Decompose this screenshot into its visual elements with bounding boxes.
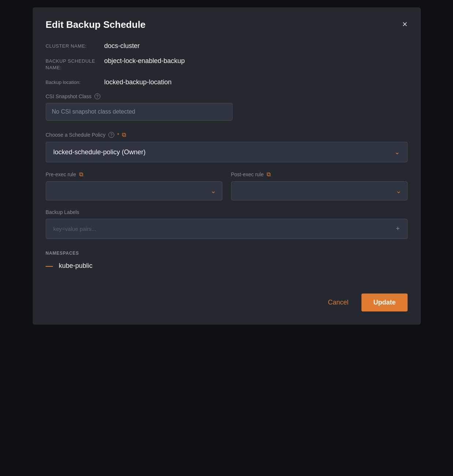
post-exec-rule-label: Post-exec rule	[231, 171, 264, 177]
backup-location-label: Backup location:	[46, 78, 104, 86]
close-button[interactable]: ×	[402, 20, 407, 29]
cancel-button[interactable]: Cancel	[322, 296, 354, 309]
modal-title: Edit Backup Schedule	[46, 19, 146, 30]
csi-snapshot-class-placeholder: No CSI snapshot class detected	[52, 108, 135, 115]
backup-labels-section: Backup Labels key=value pairs... +	[46, 209, 408, 239]
backup-location-row: Backup location: locked-backup-location	[46, 78, 408, 86]
required-star: *	[117, 132, 119, 138]
namespaces-section: NAMESPACES — kube-public	[46, 251, 408, 270]
schedule-policy-label: Choose a Schedule Policy	[46, 132, 105, 138]
pre-exec-chevron-icon: ⌄	[211, 187, 216, 195]
backup-schedule-name-value: object-lock-enabled-backup	[104, 57, 185, 65]
schedule-policy-external-link-icon[interactable]: ⧉	[122, 132, 126, 138]
post-exec-rule-label-row: Post-exec rule ⧉	[231, 171, 408, 178]
post-exec-rule-dropdown[interactable]: ⌄	[231, 181, 408, 200]
backup-location-value: locked-backup-location	[104, 78, 172, 86]
namespace-remove-icon[interactable]: —	[46, 262, 53, 270]
csi-snapshot-class-section: CSI Snapshot Class ?	[46, 93, 408, 99]
modal-footer: Cancel Update	[46, 288, 408, 311]
backup-labels-input[interactable]: key=value pairs... +	[46, 219, 408, 239]
post-exec-rule-section: Post-exec rule ⧉ ⌄	[231, 171, 408, 200]
cluster-name-value: docs-cluster	[104, 42, 140, 50]
update-button[interactable]: Update	[361, 294, 407, 311]
csi-help-icon[interactable]: ?	[94, 93, 100, 99]
schedule-policy-section: Choose a Schedule Policy ? * ⧉ locked-sc…	[46, 132, 408, 162]
schedule-policy-dropdown[interactable]: locked-schedule-policy (Owner) ⌄	[46, 142, 408, 162]
namespace-item: — kube-public	[46, 262, 408, 270]
namespaces-label: NAMESPACES	[46, 251, 408, 256]
post-exec-chevron-icon: ⌄	[396, 187, 401, 195]
schedule-policy-value: locked-schedule-policy (Owner)	[53, 148, 146, 156]
schedule-policy-chevron-icon: ⌄	[394, 148, 400, 156]
schedule-policy-label-row: Choose a Schedule Policy ? * ⧉	[46, 132, 408, 138]
add-label-plus-icon[interactable]: +	[396, 225, 400, 233]
cluster-name-label: CLUSTER NAME:	[46, 42, 104, 49]
post-exec-external-link-icon[interactable]: ⧉	[267, 171, 271, 178]
namespace-name: kube-public	[59, 262, 93, 270]
pre-exec-external-link-icon[interactable]: ⧉	[79, 171, 83, 178]
csi-snapshot-class-dropdown[interactable]: No CSI snapshot class detected	[46, 103, 233, 121]
modal-header: Edit Backup Schedule ×	[46, 19, 408, 30]
pre-exec-rule-label: Pre-exec rule	[46, 171, 76, 177]
schedule-policy-help-icon[interactable]: ?	[108, 132, 114, 138]
cluster-name-row: CLUSTER NAME: docs-cluster	[46, 42, 408, 50]
backup-labels-placeholder: key=value pairs...	[53, 226, 96, 232]
backup-schedule-name-row: BACKUP SCHEDULE NAME: object-lock-enable…	[46, 57, 408, 71]
backup-schedule-name-label: BACKUP SCHEDULE NAME:	[46, 57, 104, 71]
backup-labels-label: Backup Labels	[46, 209, 408, 215]
edit-backup-schedule-modal: Edit Backup Schedule × CLUSTER NAME: doc…	[33, 7, 421, 325]
pre-exec-rule-label-row: Pre-exec rule ⧉	[46, 171, 222, 178]
exec-rules-row: Pre-exec rule ⧉ ⌄ Post-exec rule ⧉ ⌄	[46, 171, 408, 200]
pre-exec-rule-section: Pre-exec rule ⧉ ⌄	[46, 171, 222, 200]
pre-exec-rule-dropdown[interactable]: ⌄	[46, 181, 222, 200]
csi-snapshot-class-label: CSI Snapshot Class	[46, 93, 92, 99]
